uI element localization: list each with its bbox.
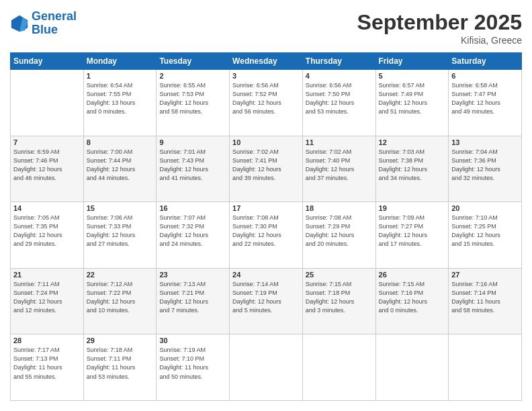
table-row: 19Sunrise: 7:09 AM Sunset: 7:27 PM Dayli… bbox=[375, 202, 449, 269]
day-number: 28 bbox=[13, 336, 81, 345]
table-row: 28Sunrise: 7:17 AM Sunset: 7:13 PM Dayli… bbox=[11, 334, 84, 401]
day-number: 11 bbox=[306, 138, 373, 146]
day-number: 27 bbox=[451, 271, 519, 279]
day-info: Sunrise: 7:15 AM Sunset: 7:18 PM Dayligh… bbox=[306, 280, 373, 315]
table-row: 29Sunrise: 7:18 AM Sunset: 7:11 PM Dayli… bbox=[83, 334, 157, 401]
day-number: 30 bbox=[159, 336, 226, 345]
day-number: 18 bbox=[306, 204, 373, 212]
day-number: 14 bbox=[13, 204, 81, 212]
day-info: Sunrise: 7:12 AM Sunset: 7:22 PM Dayligh… bbox=[87, 280, 154, 315]
calendar-table: Sunday Monday Tuesday Wednesday Thursday… bbox=[10, 52, 522, 401]
table-row: 20Sunrise: 7:10 AM Sunset: 7:25 PM Dayli… bbox=[449, 202, 522, 269]
day-number: 5 bbox=[379, 72, 446, 80]
week-row-4: 21Sunrise: 7:11 AM Sunset: 7:24 PM Dayli… bbox=[11, 268, 522, 334]
day-info: Sunrise: 6:57 AM Sunset: 7:49 PM Dayligh… bbox=[379, 81, 446, 116]
table-row: 2Sunrise: 6:55 AM Sunset: 7:53 PM Daylig… bbox=[157, 70, 230, 136]
table-row: 1Sunrise: 6:54 AM Sunset: 7:55 PM Daylig… bbox=[83, 70, 157, 136]
col-wednesday: Wednesday bbox=[230, 53, 303, 70]
table-row: 5Sunrise: 6:57 AM Sunset: 7:49 PM Daylig… bbox=[375, 70, 449, 136]
day-number: 17 bbox=[232, 204, 300, 212]
table-row: 30Sunrise: 7:19 AM Sunset: 7:10 PM Dayli… bbox=[157, 334, 230, 401]
table-row: 8Sunrise: 7:00 AM Sunset: 7:44 PM Daylig… bbox=[83, 136, 157, 202]
col-tuesday: Tuesday bbox=[157, 53, 230, 70]
day-info: Sunrise: 7:04 AM Sunset: 7:36 PM Dayligh… bbox=[451, 148, 519, 183]
table-row: 4Sunrise: 6:56 AM Sunset: 7:50 PM Daylig… bbox=[302, 70, 375, 136]
day-info: Sunrise: 7:02 AM Sunset: 7:41 PM Dayligh… bbox=[232, 148, 300, 183]
col-friday: Friday bbox=[375, 53, 449, 70]
day-number: 15 bbox=[87, 204, 154, 212]
day-info: Sunrise: 7:13 AM Sunset: 7:21 PM Dayligh… bbox=[159, 280, 226, 315]
logo-general: General bbox=[32, 9, 77, 23]
day-info: Sunrise: 7:03 AM Sunset: 7:38 PM Dayligh… bbox=[379, 148, 446, 183]
logo-blue: Blue bbox=[32, 23, 58, 36]
day-number: 25 bbox=[306, 271, 373, 279]
table-row: 12Sunrise: 7:03 AM Sunset: 7:38 PM Dayli… bbox=[375, 136, 449, 202]
col-sunday: Sunday bbox=[11, 53, 84, 70]
day-info: Sunrise: 6:59 AM Sunset: 7:46 PM Dayligh… bbox=[13, 148, 81, 183]
week-row-2: 7Sunrise: 6:59 AM Sunset: 7:46 PM Daylig… bbox=[11, 136, 522, 202]
table-row bbox=[449, 334, 522, 401]
day-info: Sunrise: 6:55 AM Sunset: 7:53 PM Dayligh… bbox=[159, 81, 226, 116]
table-row bbox=[11, 70, 84, 136]
day-info: Sunrise: 7:16 AM Sunset: 7:14 PM Dayligh… bbox=[451, 280, 519, 315]
table-row: 23Sunrise: 7:13 AM Sunset: 7:21 PM Dayli… bbox=[157, 268, 230, 334]
table-row: 24Sunrise: 7:14 AM Sunset: 7:19 PM Dayli… bbox=[230, 268, 303, 334]
day-number: 29 bbox=[87, 336, 154, 345]
day-info: Sunrise: 7:18 AM Sunset: 7:11 PM Dayligh… bbox=[87, 346, 154, 381]
day-number: 21 bbox=[13, 271, 81, 279]
table-row: 9Sunrise: 7:01 AM Sunset: 7:43 PM Daylig… bbox=[157, 136, 230, 202]
table-row: 27Sunrise: 7:16 AM Sunset: 7:14 PM Dayli… bbox=[449, 268, 522, 334]
day-number: 12 bbox=[379, 138, 446, 146]
title-block: September 2025 Kifisia, Greece bbox=[357, 10, 522, 46]
day-number: 6 bbox=[451, 72, 519, 80]
day-info: Sunrise: 6:56 AM Sunset: 7:50 PM Dayligh… bbox=[306, 81, 373, 116]
day-number: 9 bbox=[159, 138, 226, 146]
day-number: 4 bbox=[306, 72, 373, 80]
table-row bbox=[375, 334, 449, 401]
day-number: 26 bbox=[379, 271, 446, 279]
week-row-5: 28Sunrise: 7:17 AM Sunset: 7:13 PM Dayli… bbox=[11, 334, 522, 401]
day-number: 3 bbox=[232, 72, 300, 80]
day-info: Sunrise: 6:54 AM Sunset: 7:55 PM Dayligh… bbox=[87, 81, 154, 116]
day-info: Sunrise: 7:10 AM Sunset: 7:25 PM Dayligh… bbox=[451, 214, 519, 248]
day-number: 23 bbox=[159, 271, 226, 279]
table-row: 22Sunrise: 7:12 AM Sunset: 7:22 PM Dayli… bbox=[83, 268, 157, 334]
day-info: Sunrise: 6:56 AM Sunset: 7:52 PM Dayligh… bbox=[232, 81, 300, 116]
day-number: 13 bbox=[451, 138, 519, 146]
day-number: 2 bbox=[159, 72, 226, 80]
table-row: 15Sunrise: 7:06 AM Sunset: 7:33 PM Dayli… bbox=[83, 202, 157, 269]
day-info: Sunrise: 7:11 AM Sunset: 7:24 PM Dayligh… bbox=[13, 280, 81, 315]
day-info: Sunrise: 7:08 AM Sunset: 7:30 PM Dayligh… bbox=[232, 214, 300, 248]
day-number: 24 bbox=[232, 271, 300, 279]
table-row: 13Sunrise: 7:04 AM Sunset: 7:36 PM Dayli… bbox=[449, 136, 522, 202]
day-number: 20 bbox=[451, 204, 519, 212]
main-title: September 2025 bbox=[357, 10, 522, 35]
day-info: Sunrise: 7:15 AM Sunset: 7:16 PM Dayligh… bbox=[379, 280, 446, 315]
day-info: Sunrise: 7:05 AM Sunset: 7:35 PM Dayligh… bbox=[13, 214, 81, 248]
day-number: 7 bbox=[13, 138, 81, 146]
day-info: Sunrise: 6:58 AM Sunset: 7:47 PM Dayligh… bbox=[451, 81, 519, 116]
day-number: 10 bbox=[232, 138, 300, 146]
day-info: Sunrise: 7:02 AM Sunset: 7:40 PM Dayligh… bbox=[306, 148, 373, 183]
table-row: 10Sunrise: 7:02 AM Sunset: 7:41 PM Dayli… bbox=[230, 136, 303, 202]
table-row: 16Sunrise: 7:07 AM Sunset: 7:32 PM Dayli… bbox=[157, 202, 230, 269]
day-number: 1 bbox=[87, 72, 154, 80]
day-info: Sunrise: 7:14 AM Sunset: 7:19 PM Dayligh… bbox=[232, 280, 300, 315]
table-row: 21Sunrise: 7:11 AM Sunset: 7:24 PM Dayli… bbox=[11, 268, 84, 334]
logo: General Blue bbox=[10, 10, 77, 37]
table-row: 25Sunrise: 7:15 AM Sunset: 7:18 PM Dayli… bbox=[302, 268, 375, 334]
day-info: Sunrise: 7:09 AM Sunset: 7:27 PM Dayligh… bbox=[379, 214, 446, 248]
col-saturday: Saturday bbox=[449, 53, 522, 70]
day-number: 16 bbox=[159, 204, 226, 212]
col-thursday: Thursday bbox=[302, 53, 375, 70]
week-row-1: 1Sunrise: 6:54 AM Sunset: 7:55 PM Daylig… bbox=[11, 70, 522, 136]
calendar-header-row: Sunday Monday Tuesday Wednesday Thursday… bbox=[11, 53, 522, 70]
table-row: 18Sunrise: 7:08 AM Sunset: 7:29 PM Dayli… bbox=[302, 202, 375, 269]
subtitle: Kifisia, Greece bbox=[357, 35, 522, 46]
table-row bbox=[230, 334, 303, 401]
table-row: 11Sunrise: 7:02 AM Sunset: 7:40 PM Dayli… bbox=[302, 136, 375, 202]
day-info: Sunrise: 7:06 AM Sunset: 7:33 PM Dayligh… bbox=[87, 214, 154, 248]
day-info: Sunrise: 7:17 AM Sunset: 7:13 PM Dayligh… bbox=[13, 346, 81, 381]
logo-icon bbox=[10, 14, 29, 33]
table-row: 6Sunrise: 6:58 AM Sunset: 7:47 PM Daylig… bbox=[449, 70, 522, 136]
